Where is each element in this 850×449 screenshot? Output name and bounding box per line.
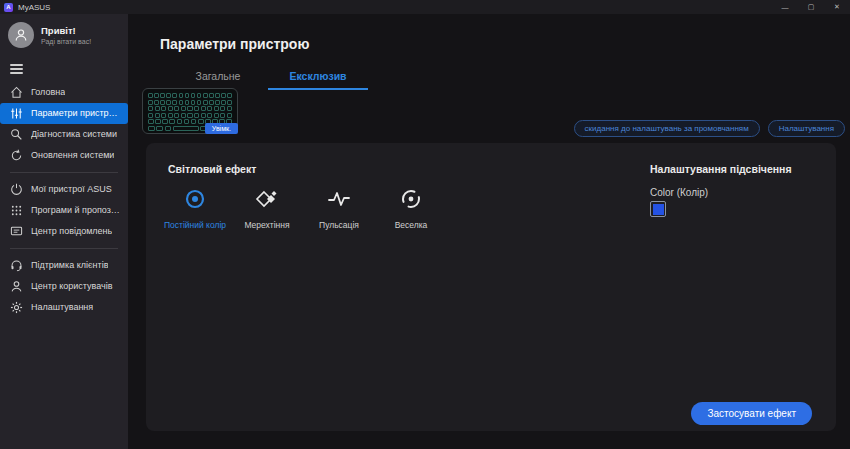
gear-icon [10,301,23,314]
sidebar-item-label: Мої пристрої ASUS [31,184,112,194]
sidebar-item-label: Налаштування [31,302,93,312]
effect-label: Постійний колір [164,220,226,230]
profile-block[interactable]: Привіт! Раді вітати вас! [0,14,128,52]
color-swatch-fill [653,204,664,215]
window-title: MyASUS [18,3,50,12]
effect-label: Пульсація [319,220,359,230]
message-icon [10,225,23,238]
pulse-icon [327,187,351,211]
color-swatch[interactable] [650,201,666,217]
page-title: Параметри пристрою [160,36,309,52]
sidebar-item-label: Центр користувачів [31,281,113,291]
effects-row: Постійний колір Мерехтіння Пульсація [162,187,444,230]
sidebar-item-label: Параметри пристрою [31,108,120,118]
sidebar-divider [10,172,118,173]
reset-defaults-button[interactable]: скидання до налаштувань за промовчанням [574,120,760,137]
sidebar-item-label: Підтримка клієнтів [31,260,108,270]
light-effect-panel: Світловий ефект Постійний колір Мерехтін… [146,143,836,431]
myasus-logo-icon: A [4,3,13,12]
home-icon [10,86,23,99]
greeting-text: Привіт! [41,25,91,36]
tab-bar: Загальне Ексклюзив [168,70,368,90]
main-content: Параметри пристрою Загальне Ексклюзив Ув… [128,14,850,449]
backlight-settings-title: Налаштування підсвічення [650,163,792,175]
sidebar-item-system-update[interactable]: Оновлення системи [0,145,128,166]
static-color-icon [183,187,207,211]
maximize-button[interactable]: ▢ [798,0,824,14]
greeting-subtext: Раді вітати вас! [41,38,91,45]
sidebar-item-home[interactable]: Головна [0,82,128,103]
tab-general[interactable]: Загальне [168,70,268,90]
person-icon [14,28,28,42]
sidebar-item-user-center[interactable]: Центр користувачів [0,276,128,297]
close-button[interactable]: ✕ [824,0,850,14]
sidebar-item-label: Головна [31,87,65,97]
update-icon [10,149,23,162]
minimize-button[interactable]: — [772,0,798,14]
sidebar-item-label: Центр повідомлень [31,226,112,236]
breathing-icon [255,187,279,211]
settings-button[interactable]: Налаштування [768,120,845,137]
headset-icon [10,259,23,272]
keyboard-toggle-button[interactable]: Увімк. [205,123,238,134]
sidebar-item-diagnostics[interactable]: Діагностика системи [0,124,128,145]
effect-pulse[interactable]: Пульсація [306,187,372,230]
effect-breathing[interactable]: Мерехтіння [234,187,300,230]
titlebar: A MyASUS — ▢ ✕ [0,0,850,14]
rainbow-icon [399,187,423,211]
avatar [8,22,34,48]
diagnostics-icon [10,128,23,141]
light-effect-title: Світловий ефект [168,163,256,175]
effect-static-color[interactable]: Постійний колір [162,187,228,230]
action-buttons: скидання до налаштувань за промовчанням … [574,120,845,137]
sidebar-item-message-center[interactable]: Центр повідомлень [0,221,128,242]
sidebar-item-customer-support[interactable]: Підтримка клієнтів [0,255,128,276]
device-settings-icon [10,107,23,120]
sidebar-item-label: Програми й пропозиції від... [31,205,120,215]
tab-exclusive[interactable]: Ексклюзив [268,70,368,90]
user-icon [10,280,23,293]
effect-label: Веселка [395,220,428,230]
keyboard-preview[interactable]: Увімк. [142,88,238,134]
sidebar-item-label: Діагностика системи [31,129,117,139]
sidebar: Привіт! Раді вітати вас! Головна Парамет… [0,14,128,449]
sidebar-item-device-settings[interactable]: Параметри пристрою [0,103,128,124]
effect-rainbow[interactable]: Веселка [378,187,444,230]
apply-effect-button[interactable]: Застосувати ефект [691,402,812,425]
sidebar-item-apps-offers[interactable]: Програми й пропозиції від... [0,200,128,221]
sidebar-divider [10,248,118,249]
menu-toggle-icon[interactable] [10,64,23,74]
apps-grid-icon [10,204,23,217]
sidebar-item-my-devices[interactable]: Мої пристрої ASUS [0,179,128,200]
my-devices-icon [10,183,23,196]
sidebar-item-settings[interactable]: Налаштування [0,297,128,318]
sidebar-item-label: Оновлення системи [31,150,114,160]
effect-label: Мерехтіння [244,220,289,230]
color-label: Color (Колір) [650,187,708,198]
